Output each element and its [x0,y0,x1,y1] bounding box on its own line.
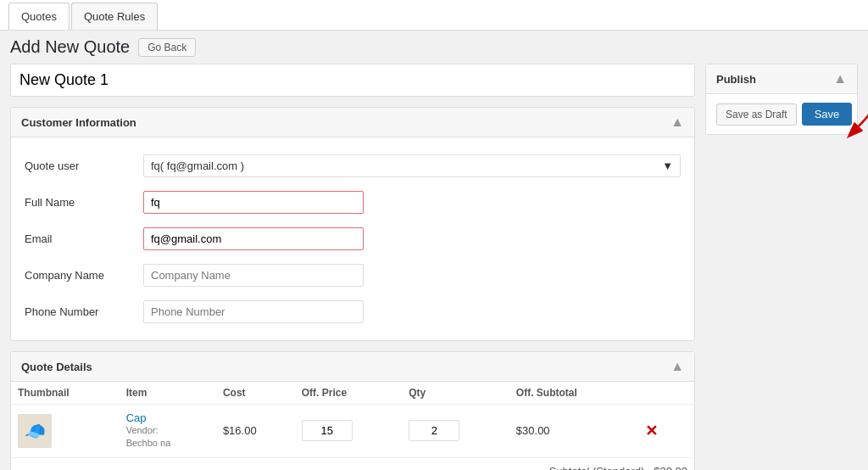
quote-user-label: Quote user [25,159,143,172]
email-input[interactable] [143,227,364,250]
customer-info-panel: Customer Information ▲ Quote user fq( fq… [10,107,695,341]
item-name-link[interactable]: Cap [126,411,147,424]
col-actions [633,382,694,405]
item-qty [402,405,509,457]
full-name-input[interactable] [143,191,364,214]
quote-details-panel: Quote Details ▲ Thumbnail Item Cost Off.… [10,351,695,470]
col-off-subtotal: Off. Subtotal [509,382,634,405]
table-header-row: Thumbnail Item Cost Off. Price Qty Off. … [11,382,694,405]
go-back-button[interactable]: Go Back [138,38,196,57]
quote-table: Thumbnail Item Cost Off. Price Qty Off. … [11,382,694,457]
subtotal-value: $30.00 [654,465,687,470]
delete-item-button[interactable]: ✕ [640,420,663,442]
quote-details-header: Quote Details ▲ [11,352,694,382]
full-name-label: Full Name [25,196,143,209]
publish-header: Publish ▲ [706,64,857,94]
email-label: Email [25,232,143,245]
customer-info-header: Customer Information ▲ [11,108,694,137]
item-off-subtotal: $30.00 [509,405,634,457]
tab-quotes[interactable]: Quotes [8,3,70,30]
quote-user-select[interactable]: fq( fq@gmail.com ) ▼ [143,154,681,177]
publish-body: Save as Draft Save [706,94,857,134]
col-off-price: Off. Price [295,382,403,405]
email-row: Email [25,221,681,257]
quote-name-input[interactable] [10,64,695,97]
page-title: Add New Quote [10,37,130,57]
item-meta: Vendor:Bechbo na [126,424,209,450]
save-button[interactable]: Save [802,103,853,126]
publish-panel: Publish ▲ Save as Draft Save [705,64,858,135]
thumbnail-image: 🧢 [18,414,52,448]
col-thumbnail: Thumbnail [11,382,120,405]
company-row: Company Name [25,257,681,294]
table-row: 🧢 Cap Vendor:Bechbo na $16.00 [11,405,694,457]
item-cell: Cap Vendor:Bechbo na [120,405,216,457]
tab-quote-rules[interactable]: Quote Rules [71,3,158,30]
quote-details-toggle[interactable]: ▲ [670,359,684,374]
company-label: Company Name [25,269,143,282]
full-name-row: Full Name [25,184,681,221]
publish-toggle[interactable]: ▲ [833,71,847,87]
publish-title: Publish [716,73,756,86]
item-off-price [295,405,403,457]
phone-input[interactable] [143,300,364,323]
quote-details-title: Quote Details [21,361,92,373]
subtotal-row: Subtotal (Standard) $30.00 [11,457,694,470]
col-item: Item [120,382,216,405]
subtotal-label: Subtotal (Standard) [549,465,645,470]
item-thumbnail: 🧢 [11,405,120,457]
company-input[interactable] [143,264,364,287]
phone-row: Phone Number [25,294,681,330]
qty-input[interactable] [409,420,459,441]
customer-info-toggle[interactable]: ▲ [670,115,684,130]
save-draft-button[interactable]: Save as Draft [716,104,797,126]
phone-label: Phone Number [25,305,143,318]
dropdown-icon: ▼ [662,159,673,172]
item-cost: $16.00 [216,405,295,457]
col-qty: Qty [402,382,509,405]
quote-user-row: Quote user fq( fq@gmail.com ) ▼ [25,148,681,184]
item-delete[interactable]: ✕ [633,405,694,457]
customer-info-title: Customer Information [21,116,136,129]
col-cost: Cost [216,382,295,405]
off-price-input[interactable] [302,420,353,441]
